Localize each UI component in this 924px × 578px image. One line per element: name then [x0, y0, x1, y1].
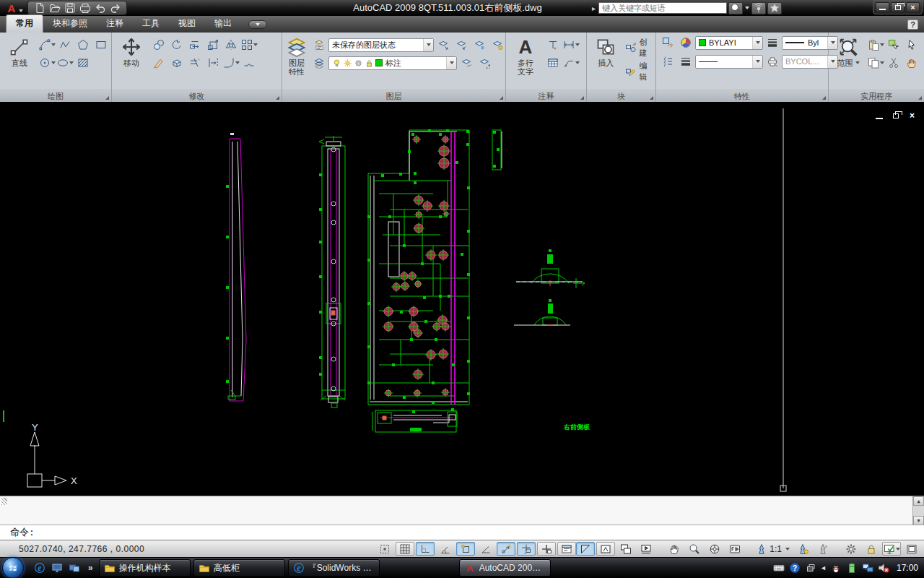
undo-icon[interactable]	[94, 2, 106, 14]
ortho-toggle[interactable]	[416, 542, 435, 556]
polar-toggle[interactable]	[436, 542, 455, 556]
restore-button[interactable]	[891, 2, 905, 12]
layer-color-chip[interactable]	[375, 59, 383, 66]
panel-launcher-icon[interactable]	[276, 96, 279, 100]
drawing-canvas[interactable]: 右前侧板 Y X ×	[0, 102, 924, 496]
doc-minimize-button[interactable]	[874, 111, 884, 120]
circle-button[interactable]	[38, 55, 56, 71]
tab-home[interactable]: 常用	[6, 14, 43, 33]
panel-launcher-icon[interactable]	[580, 96, 584, 100]
otrack-toggle[interactable]	[497, 542, 515, 556]
block-create-button[interactable]: 创建	[624, 37, 654, 59]
plot-style-icon[interactable]	[764, 53, 781, 69]
tab-annotate[interactable]: 注释	[97, 15, 133, 33]
array-button[interactable]	[240, 37, 258, 53]
erase-button[interactable]	[150, 55, 167, 71]
block-edit-button[interactable]: 编辑	[624, 61, 654, 82]
layer-vpfreeze-icon[interactable]	[354, 59, 363, 68]
tray-chevron-icon[interactable]: ◄	[820, 564, 827, 571]
scroll-up-icon[interactable]: ▲	[913, 496, 924, 506]
save-icon[interactable]	[64, 2, 76, 14]
copy-button[interactable]	[150, 37, 167, 53]
line-button[interactable]: 直线	[3, 35, 36, 67]
open-icon[interactable]	[48, 2, 61, 14]
join-button[interactable]	[240, 55, 258, 71]
move-button[interactable]: 移动	[115, 35, 148, 67]
task-button-folder-1[interactable]: 操作机构样本	[99, 559, 191, 577]
doc-close-button[interactable]: ×	[907, 111, 917, 120]
layer-state-combo[interactable]: 未保存的图层状态	[328, 38, 434, 52]
command-line-window[interactable]: 自动保存到 C:\Users\郑特生\AppData\Local\Temp\8Q…	[0, 496, 924, 540]
workspace-gear-button[interactable]	[842, 542, 860, 556]
color-combo[interactable]: BYLAYI	[695, 36, 763, 50]
snap-toggle[interactable]	[375, 542, 394, 556]
hatch-button[interactable]	[74, 55, 92, 71]
task-button-solidworks-page[interactable]: e 『SolidWorks 技术...	[288, 559, 380, 577]
close-button[interactable]: ×	[906, 2, 920, 12]
quick-properties-toggle[interactable]	[557, 542, 576, 556]
show-motion-button[interactable]	[725, 542, 744, 556]
search-icon[interactable]	[728, 2, 743, 14]
fillet-button[interactable]	[222, 55, 240, 71]
cut-button[interactable]	[885, 55, 902, 71]
ime-keyboard-icon[interactable]	[772, 562, 785, 574]
mirror-button[interactable]	[222, 37, 240, 53]
new-icon[interactable]	[33, 2, 45, 14]
layer-off-button[interactable]	[489, 37, 506, 53]
clean-screen-button[interactable]	[902, 542, 921, 556]
rotate-button[interactable]	[168, 37, 186, 53]
coordinates-readout[interactable]: 5027.0740, 247.7766 , 0.0000	[19, 544, 168, 554]
layer-freeze-button[interactable]	[471, 37, 488, 53]
layer-isolate-button[interactable]	[435, 37, 452, 53]
copy-clip-button[interactable]	[867, 55, 884, 71]
panel-launcher-icon[interactable]	[822, 96, 826, 100]
ducs-toggle[interactable]	[517, 542, 536, 556]
single-text-button[interactable]	[544, 37, 562, 53]
layer-thaw-icon[interactable]	[343, 59, 352, 68]
explode-button[interactable]	[168, 55, 186, 71]
table-button[interactable]	[544, 55, 562, 71]
battery-icon[interactable]	[846, 562, 858, 574]
combo-dropdown-icon[interactable]	[752, 56, 762, 68]
layer-match-button[interactable]	[458, 55, 475, 71]
quick-select-button[interactable]	[885, 37, 902, 53]
tab-output[interactable]: 输出	[205, 15, 241, 33]
command-scrollbar[interactable]: ▲ ▼	[912, 496, 924, 525]
ribbon-minimize-button[interactable]	[248, 20, 267, 29]
quick-view-drawings-button[interactable]	[637, 542, 655, 556]
scale-button[interactable]	[204, 37, 222, 53]
trim-button[interactable]	[186, 55, 204, 71]
panel-launcher-icon[interactable]	[500, 96, 503, 100]
layer-state-button[interactable]	[310, 37, 328, 53]
pan-button[interactable]	[665, 542, 684, 556]
polygon-button[interactable]	[74, 37, 92, 53]
toolbar-lock-button[interactable]	[862, 542, 881, 556]
help-button[interactable]: ?	[907, 20, 918, 30]
task-button-autocad[interactable]: A AutoCAD 2009 - [...	[459, 559, 551, 577]
quicklaunch-overflow-chevron[interactable]: »	[88, 563, 93, 573]
stretch-button[interactable]	[186, 37, 204, 53]
quicklaunch-desktop-icon[interactable]	[51, 561, 64, 574]
tab-blocks-references[interactable]: 块和参照	[43, 15, 97, 33]
annotation-scale-button[interactable]: 1:1	[754, 542, 792, 556]
quick-view-layouts-button[interactable]	[616, 542, 635, 556]
command-prompt[interactable]: 命令:	[0, 525, 924, 540]
command-grip-handle[interactable]	[1, 498, 7, 505]
doc-restore-button[interactable]	[891, 111, 900, 120]
multiline-text-button[interactable]: A 多行 文字	[509, 35, 542, 76]
match-properties-button[interactable]	[659, 35, 676, 51]
network-icon[interactable]	[862, 562, 874, 574]
osnap-toggle[interactable]	[456, 542, 475, 556]
tray-help-icon[interactable]: ?	[788, 562, 801, 574]
task-button-folder-2[interactable]: 高低柜	[193, 559, 285, 577]
steering-wheel-button[interactable]	[705, 542, 724, 556]
tab-tools[interactable]: 工具	[133, 15, 169, 33]
favorites-star-icon[interactable]	[767, 2, 782, 14]
tab-view[interactable]: 视图	[169, 15, 205, 33]
annotation-visibility-button[interactable]	[793, 542, 812, 556]
layer-unlock-icon[interactable]	[365, 59, 374, 68]
combo-dropdown-icon[interactable]	[752, 37, 762, 49]
start-button[interactable]	[2, 557, 24, 578]
hand-select-button[interactable]	[903, 55, 920, 71]
layer-previous-button[interactable]	[476, 55, 493, 71]
